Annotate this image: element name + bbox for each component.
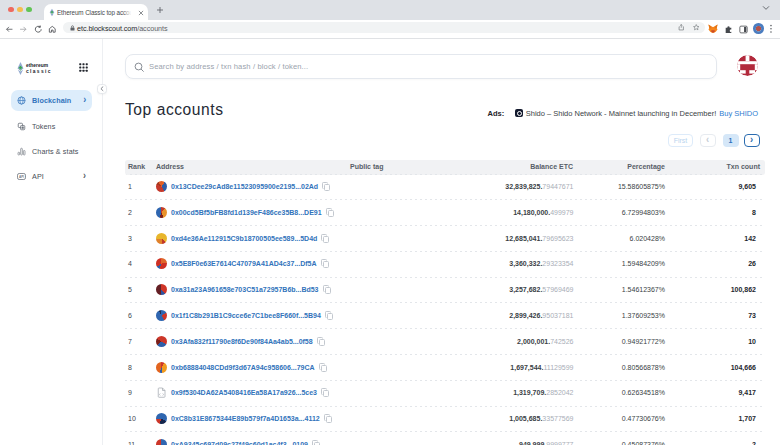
svg-text:API: API (19, 175, 24, 179)
